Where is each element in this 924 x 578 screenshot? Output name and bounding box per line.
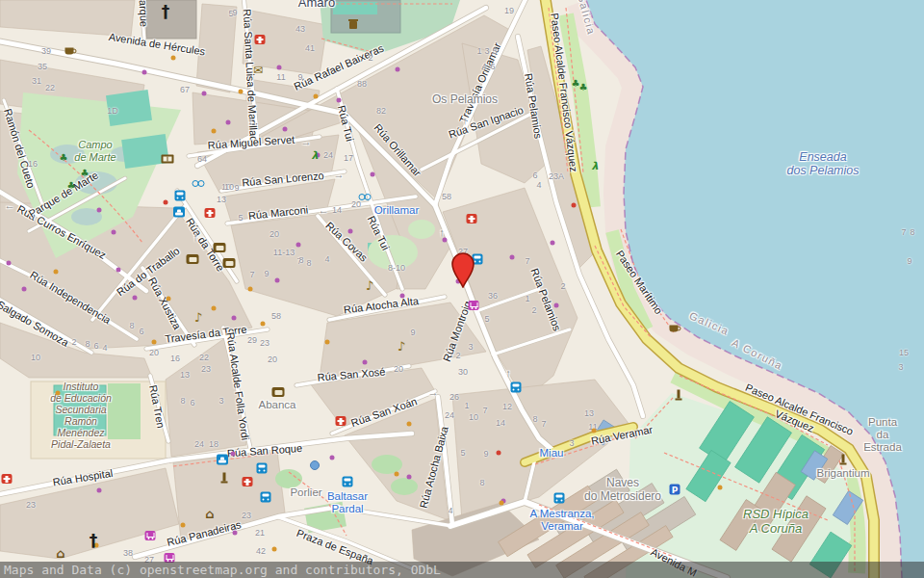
- location-marker[interactable]: [449, 251, 476, 288]
- map-viewport[interactable]: Avenida de HérculesRúa Santa Luisa de Ma…: [0, 0, 924, 578]
- marker-pin-shape: [452, 253, 474, 287]
- attribution-bar: Maps and Data (c) openstreetmap.org and …: [0, 562, 924, 578]
- church-building: [146, 0, 196, 39]
- map-base-layer: [0, 0, 924, 578]
